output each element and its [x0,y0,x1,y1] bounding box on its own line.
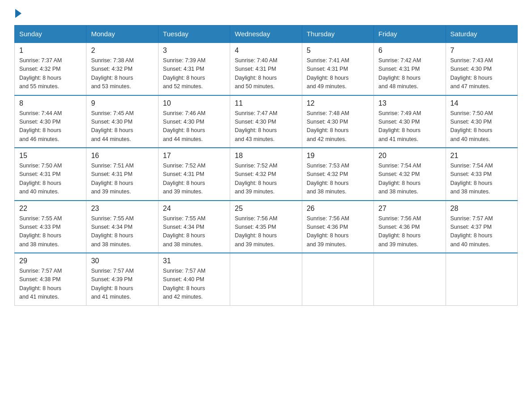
day-number: 4 [235,47,297,55]
day-cell [446,253,517,305]
day-cell: 25Sunrise: 7:56 AMSunset: 4:35 PMDayligh… [230,201,302,253]
day-info: Sunrise: 7:52 AMSunset: 4:32 PMDaylight:… [235,162,297,197]
day-cell: 30Sunrise: 7:57 AMSunset: 4:39 PMDayligh… [86,253,158,305]
day-number: 5 [307,47,369,55]
day-cell: 23Sunrise: 7:55 AMSunset: 4:34 PMDayligh… [86,201,158,253]
day-info: Sunrise: 7:41 AMSunset: 4:31 PMDaylight:… [307,56,369,91]
day-header-wednesday: Wednesday [230,26,302,43]
day-number: 1 [19,47,82,55]
day-number: 10 [163,99,225,107]
day-header-tuesday: Tuesday [158,26,230,43]
day-number: 29 [19,257,82,265]
day-cell: 8Sunrise: 7:44 AMSunset: 4:30 PMDaylight… [15,95,86,148]
day-info: Sunrise: 7:56 AMSunset: 4:35 PMDaylight:… [235,214,297,249]
day-header-monday: Monday [86,26,158,43]
day-cell: 21Sunrise: 7:54 AMSunset: 4:33 PMDayligh… [446,148,517,201]
day-cell: 27Sunrise: 7:56 AMSunset: 4:36 PMDayligh… [374,201,446,253]
day-number: 20 [378,152,441,160]
day-number: 31 [163,257,225,265]
day-header-friday: Friday [374,26,446,43]
day-number: 8 [19,99,82,107]
day-cell: 19Sunrise: 7:53 AMSunset: 4:32 PMDayligh… [302,148,373,201]
day-cell: 15Sunrise: 7:50 AMSunset: 4:31 PMDayligh… [15,148,86,201]
day-cell: 13Sunrise: 7:49 AMSunset: 4:30 PMDayligh… [374,95,446,148]
week-row-2: 8Sunrise: 7:44 AMSunset: 4:30 PMDaylight… [15,95,518,148]
day-number: 25 [235,205,297,213]
logo [14,11,21,18]
day-cell [230,253,302,305]
day-cell: 24Sunrise: 7:55 AMSunset: 4:34 PMDayligh… [158,201,230,253]
day-cell: 29Sunrise: 7:57 AMSunset: 4:38 PMDayligh… [15,253,86,305]
day-number: 30 [91,257,153,265]
day-info: Sunrise: 7:55 AMSunset: 4:33 PMDaylight:… [19,214,82,249]
day-cell: 31Sunrise: 7:57 AMSunset: 4:40 PMDayligh… [158,253,230,305]
day-cell: 9Sunrise: 7:45 AMSunset: 4:30 PMDaylight… [86,95,158,148]
day-cell [374,253,446,305]
day-cell: 17Sunrise: 7:52 AMSunset: 4:31 PMDayligh… [158,148,230,201]
day-number: 23 [91,205,153,213]
day-number: 9 [91,99,153,107]
day-info: Sunrise: 7:53 AMSunset: 4:32 PMDaylight:… [307,162,369,197]
day-info: Sunrise: 7:55 AMSunset: 4:34 PMDaylight:… [91,214,153,249]
logo-triangle-icon [15,9,21,18]
day-number: 17 [163,152,225,160]
day-number: 6 [378,47,441,55]
day-cell: 3Sunrise: 7:39 AMSunset: 4:31 PMDaylight… [158,43,230,95]
day-cell [302,253,373,305]
page-header [14,11,518,18]
day-info: Sunrise: 7:57 AMSunset: 4:39 PMDaylight:… [91,267,153,302]
day-cell: 5Sunrise: 7:41 AMSunset: 4:31 PMDaylight… [302,43,373,95]
day-cell: 18Sunrise: 7:52 AMSunset: 4:32 PMDayligh… [230,148,302,201]
day-number: 7 [450,47,513,55]
day-cell: 26Sunrise: 7:56 AMSunset: 4:36 PMDayligh… [302,201,373,253]
day-number: 16 [91,152,153,160]
day-cell: 1Sunrise: 7:37 AMSunset: 4:32 PMDaylight… [15,43,86,95]
day-cell: 10Sunrise: 7:46 AMSunset: 4:30 PMDayligh… [158,95,230,148]
day-info: Sunrise: 7:49 AMSunset: 4:30 PMDaylight:… [378,109,441,144]
day-info: Sunrise: 7:52 AMSunset: 4:31 PMDaylight:… [163,162,225,197]
day-info: Sunrise: 7:55 AMSunset: 4:34 PMDaylight:… [163,214,225,249]
day-cell: 28Sunrise: 7:57 AMSunset: 4:37 PMDayligh… [446,201,517,253]
day-cell: 6Sunrise: 7:42 AMSunset: 4:31 PMDaylight… [374,43,446,95]
day-cell: 4Sunrise: 7:40 AMSunset: 4:31 PMDaylight… [230,43,302,95]
day-cell: 16Sunrise: 7:51 AMSunset: 4:31 PMDayligh… [86,148,158,201]
day-number: 27 [378,205,441,213]
day-info: Sunrise: 7:57 AMSunset: 4:38 PMDaylight:… [19,267,82,302]
day-cell: 7Sunrise: 7:43 AMSunset: 4:30 PMDaylight… [446,43,517,95]
day-info: Sunrise: 7:40 AMSunset: 4:31 PMDaylight:… [235,56,297,91]
day-cell: 14Sunrise: 7:50 AMSunset: 4:30 PMDayligh… [446,95,517,148]
day-info: Sunrise: 7:50 AMSunset: 4:30 PMDaylight:… [450,109,513,144]
calendar-table: SundayMondayTuesdayWednesdayThursdayFrid… [14,25,518,306]
day-info: Sunrise: 7:57 AMSunset: 4:40 PMDaylight:… [163,267,225,302]
day-info: Sunrise: 7:54 AMSunset: 4:32 PMDaylight:… [378,162,441,197]
day-number: 18 [235,152,297,160]
day-number: 15 [19,152,82,160]
day-cell: 20Sunrise: 7:54 AMSunset: 4:32 PMDayligh… [374,148,446,201]
day-info: Sunrise: 7:42 AMSunset: 4:31 PMDaylight:… [378,56,441,91]
day-cell: 22Sunrise: 7:55 AMSunset: 4:33 PMDayligh… [15,201,86,253]
week-row-3: 15Sunrise: 7:50 AMSunset: 4:31 PMDayligh… [15,148,518,201]
day-number: 24 [163,205,225,213]
day-header-saturday: Saturday [446,26,517,43]
week-row-4: 22Sunrise: 7:55 AMSunset: 4:33 PMDayligh… [15,201,518,253]
day-number: 12 [307,99,369,107]
day-info: Sunrise: 7:43 AMSunset: 4:30 PMDaylight:… [450,56,513,91]
day-info: Sunrise: 7:46 AMSunset: 4:30 PMDaylight:… [163,109,225,144]
day-cell: 11Sunrise: 7:47 AMSunset: 4:30 PMDayligh… [230,95,302,148]
day-info: Sunrise: 7:39 AMSunset: 4:31 PMDaylight:… [163,56,225,91]
day-number: 19 [307,152,369,160]
day-cell: 2Sunrise: 7:38 AMSunset: 4:32 PMDaylight… [86,43,158,95]
day-info: Sunrise: 7:44 AMSunset: 4:30 PMDaylight:… [19,109,82,144]
day-info: Sunrise: 7:56 AMSunset: 4:36 PMDaylight:… [307,214,369,249]
day-number: 26 [307,205,369,213]
day-number: 21 [450,152,513,160]
day-number: 22 [19,205,82,213]
day-number: 13 [378,99,441,107]
day-info: Sunrise: 7:37 AMSunset: 4:32 PMDaylight:… [19,56,82,91]
day-number: 3 [163,47,225,55]
day-info: Sunrise: 7:48 AMSunset: 4:30 PMDaylight:… [307,109,369,144]
week-row-1: 1Sunrise: 7:37 AMSunset: 4:32 PMDaylight… [15,43,518,95]
day-header-sunday: Sunday [15,26,86,43]
day-number: 11 [235,99,297,107]
day-number: 14 [450,99,513,107]
